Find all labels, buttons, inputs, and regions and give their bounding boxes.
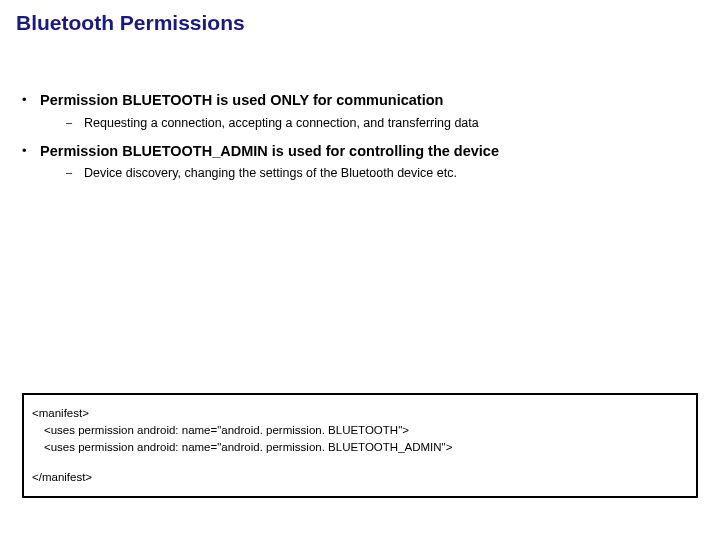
code-blank-line (32, 455, 688, 469)
bullet-glyph: • (22, 142, 40, 160)
sub-bullet-text: Device discovery, changing the settings … (84, 165, 457, 182)
code-line: <manifest> (32, 405, 688, 422)
code-line: <uses permission android: name="android.… (32, 439, 688, 456)
sub-bullet-text: Requesting a connection, accepting a con… (84, 115, 479, 132)
bullet-glyph: • (22, 91, 40, 109)
sub-bullet-glyph: – (66, 115, 84, 130)
bullet-text: Permission BLUETOOTH is used ONLY for co… (40, 91, 443, 111)
slide: Bluetooth Permissions • Permission BLUET… (0, 0, 720, 540)
code-line: <uses permission android: name="android.… (32, 422, 688, 439)
bullet-text: Permission BLUETOOTH_ADMIN is used for c… (40, 142, 499, 162)
sub-bullet-item: – Device discovery, changing the setting… (66, 165, 704, 182)
code-line: </manifest> (32, 469, 688, 486)
bullet-item: • Permission BLUETOOTH is used ONLY for … (22, 91, 704, 111)
bullet-item: • Permission BLUETOOTH_ADMIN is used for… (22, 142, 704, 162)
slide-content: • Permission BLUETOOTH is used ONLY for … (16, 91, 704, 182)
sub-bullet-item: – Requesting a connection, accepting a c… (66, 115, 704, 132)
sub-bullet-glyph: – (66, 165, 84, 180)
slide-title: Bluetooth Permissions (16, 10, 704, 35)
code-snippet-box: <manifest> <uses permission android: nam… (22, 393, 698, 498)
